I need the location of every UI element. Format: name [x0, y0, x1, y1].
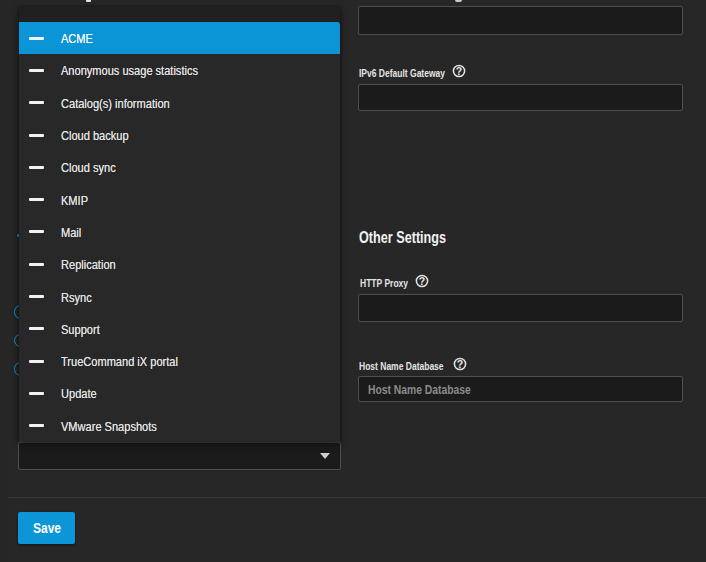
- svg-text:?: ?: [456, 358, 462, 370]
- svg-text:?: ?: [456, 65, 462, 77]
- svg-text:?: ?: [419, 275, 425, 287]
